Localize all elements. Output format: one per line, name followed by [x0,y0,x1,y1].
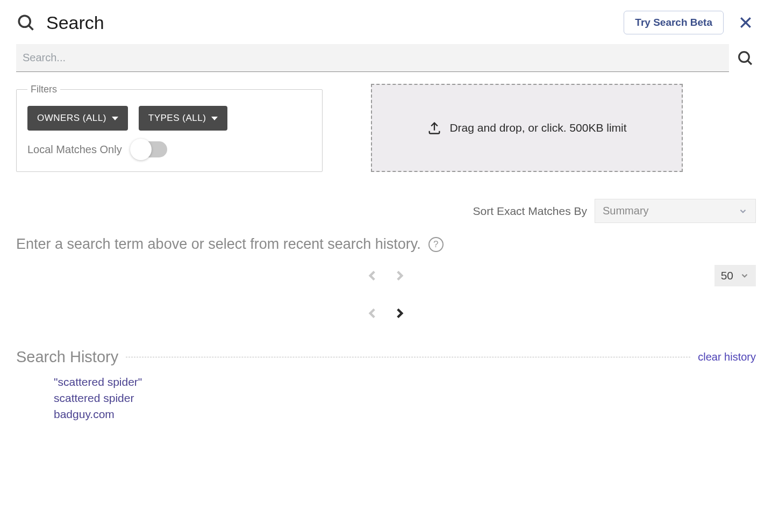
clear-history-link[interactable]: clear history [698,351,756,363]
close-icon[interactable] [735,12,756,33]
page-header: Search Try Search Beta [16,11,756,34]
sort-selected-value: Summary [603,205,649,217]
page-size-value: 50 [721,269,733,282]
caret-down-icon [112,117,118,120]
try-search-beta-button[interactable]: Try Search Beta [624,11,724,34]
history-list: "scattered spider" scattered spider badg… [16,376,756,421]
filters-legend: Filters [27,84,60,95]
caret-down-icon [211,117,218,120]
chevron-down-icon [738,206,748,216]
next-page-button[interactable] [391,268,408,284]
history-item[interactable]: "scattered spider" [54,376,756,389]
svg-line-5 [748,61,752,64]
search-submit-icon[interactable] [734,47,756,69]
page-title: Search [46,12,104,33]
page-size-select[interactable]: 50 [714,265,756,286]
prev-page-button[interactable] [364,268,381,284]
prompt-row: Enter a search term above or select from… [16,236,756,253]
toggle-knob [130,139,152,160]
svg-point-4 [739,52,749,62]
chevron-down-icon [740,271,749,281]
prev-page-button-bottom[interactable] [364,305,381,321]
pager-row-top: 50 [16,268,756,284]
owners-filter-button[interactable]: OWNERS (ALL) [27,106,128,131]
pager-row-bottom [16,305,756,321]
local-matches-label: Local Matches Only [27,143,122,156]
local-matches-toggle[interactable] [132,141,167,157]
dropzone-text: Drag and drop, or click. 500KB limit [449,121,626,134]
types-filter-label: TYPES (ALL) [148,113,206,124]
history-item[interactable]: badguy.com [54,408,756,421]
sort-row: Sort Exact Matches By Summary [16,199,756,223]
header-right: Try Search Beta [624,11,756,34]
prompt-text: Enter a search term above or select from… [16,236,421,253]
file-dropzone[interactable]: Drag and drop, or click. 500KB limit [371,84,683,172]
search-icon [16,13,35,32]
local-matches-toggle-row: Local Matches Only [27,141,311,157]
sort-label: Sort Exact Matches By [473,205,587,218]
filters-and-upload-row: Filters OWNERS (ALL) TYPES (ALL) Local M… [16,84,756,172]
header-left: Search [16,12,104,33]
next-page-button-bottom[interactable] [391,305,408,321]
upload-icon [427,120,442,135]
filters-panel: Filters OWNERS (ALL) TYPES (ALL) Local M… [16,84,323,172]
filter-buttons-row: OWNERS (ALL) TYPES (ALL) [27,106,311,131]
types-filter-button[interactable]: TYPES (ALL) [139,106,228,131]
pager-arrows-top [364,268,408,284]
search-bar [16,44,756,72]
divider [126,357,690,357]
history-header: Search History clear history [16,348,756,366]
owners-filter-label: OWNERS (ALL) [37,113,106,124]
svg-point-0 [19,16,30,27]
search-input[interactable] [16,44,729,72]
sort-select[interactable]: Summary [595,199,756,223]
svg-line-1 [28,25,33,30]
history-title: Search History [16,348,118,366]
help-icon[interactable]: ? [428,237,444,252]
history-item[interactable]: scattered spider [54,392,756,405]
